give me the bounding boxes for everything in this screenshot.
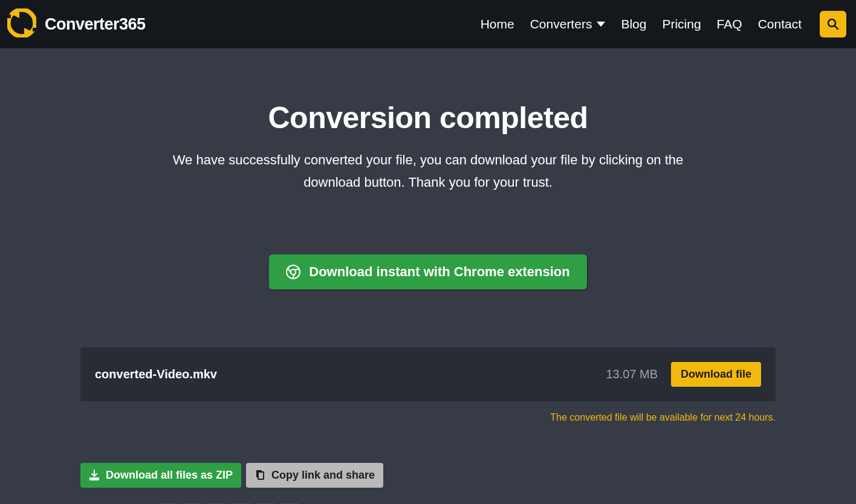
copy-link-label: Copy link and share	[271, 469, 375, 482]
chrome-extension-label: Download instant with Chrome extension	[309, 264, 569, 280]
nav-blog[interactable]: Blog	[621, 17, 646, 31]
svg-rect-15	[258, 472, 264, 479]
svg-rect-12	[90, 478, 99, 480]
copy-link-button[interactable]: Copy link and share	[246, 463, 383, 488]
nav-pricing[interactable]: Pricing	[662, 17, 701, 31]
nav-converters[interactable]: Converters	[530, 17, 606, 31]
svg-rect-4	[33, 28, 36, 31]
chrome-icon	[286, 265, 300, 279]
logo-icon	[7, 8, 36, 40]
svg-rect-3	[7, 15, 11, 18]
search-icon	[827, 18, 839, 30]
brand-name: Converter365	[45, 15, 146, 34]
header: Converter365 Home Converters Blog Pricin…	[0, 0, 856, 48]
file-row: converted-Video.mkv 13.07 MB Download fi…	[80, 347, 776, 401]
download-zip-label: Download all files as ZIP	[106, 469, 233, 482]
chevron-down-icon	[597, 20, 605, 28]
search-button[interactable]	[820, 11, 846, 37]
file-name: converted-Video.mkv	[95, 367, 217, 381]
file-size: 13.07 MB	[606, 367, 658, 381]
file-area: converted-Video.mkv 13.07 MB Download fi…	[80, 347, 776, 504]
chrome-extension-button[interactable]: Download instant with Chrome extension	[269, 254, 586, 289]
svg-line-6	[835, 26, 838, 29]
page-subtitle: We have successfully converted your file…	[150, 149, 706, 194]
nav-contact[interactable]: Contact	[758, 17, 802, 31]
main-nav: Home Converters Blog Pricing FAQ Contact	[481, 11, 846, 37]
nav-converters-label: Converters	[530, 17, 592, 31]
copy-icon	[255, 470, 265, 480]
availability-notice: The converted file will be available for…	[80, 412, 776, 423]
download-icon	[89, 470, 100, 480]
nav-home[interactable]: Home	[481, 17, 514, 31]
logo[interactable]: Converter365	[7, 8, 146, 40]
main-content: Conversion completed We have successfull…	[0, 48, 856, 504]
nav-faq[interactable]: FAQ	[717, 17, 742, 31]
download-zip-button[interactable]: Download all files as ZIP	[80, 463, 241, 488]
actions-row: Download all files as ZIP Copy link and …	[80, 463, 776, 488]
page-title: Conversion completed	[0, 100, 856, 135]
download-file-button[interactable]: Download file	[671, 362, 761, 387]
